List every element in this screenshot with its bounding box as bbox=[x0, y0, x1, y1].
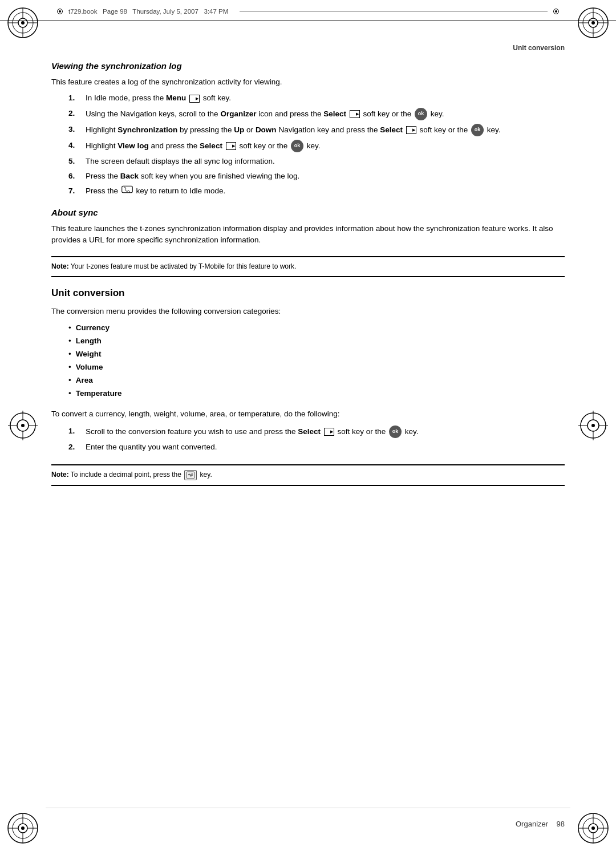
step-1-num: 1. bbox=[68, 92, 86, 104]
page: t729.book Page 98 Thursday, July 5, 2007… bbox=[0, 0, 616, 851]
step-4: 4. Highlight View log and press the Sele… bbox=[51, 140, 565, 152]
unit-step-1-num: 1. bbox=[68, 426, 86, 437]
unit-step-1: 1. Scroll to the conversion feature you … bbox=[51, 426, 565, 438]
select-softkey-icon-3 bbox=[406, 126, 416, 134]
unit-conversion-body: To convert a currency, length, weight, v… bbox=[51, 408, 565, 420]
step-2-content: Using the Navigation keys, scroll to the… bbox=[86, 108, 565, 120]
ok-button-icon-4: ok bbox=[291, 140, 303, 152]
step-2-num: 2. bbox=[68, 108, 86, 119]
about-sync-section: About sync This feature launches the t-z… bbox=[51, 208, 565, 277]
category-weight: Weight bbox=[68, 348, 565, 361]
step-2: 2. Using the Navigation keys, scroll to … bbox=[51, 108, 565, 120]
about-sync-title: About sync bbox=[51, 208, 565, 217]
about-sync-note-text: Your t-zones feature must be activated b… bbox=[71, 262, 297, 270]
step-3-content: Highlight Synchronization by pressing th… bbox=[86, 124, 565, 136]
viewing-sync-intro: This feature creates a log of the synchr… bbox=[51, 76, 565, 88]
step-1: 1. In Idle mode, press the Menu soft key… bbox=[51, 92, 565, 104]
ok-button-unit-1: ok bbox=[389, 426, 402, 438]
header-dot bbox=[57, 9, 63, 14]
header-area: t729.book Page 98 Thursday, July 5, 2007… bbox=[0, 0, 616, 21]
unit-categories-list: Currency Length Weight Volume Area Tempe… bbox=[68, 322, 565, 400]
select-softkey-unit-1 bbox=[324, 428, 334, 436]
category-temperature: Temperature bbox=[68, 387, 565, 400]
svg-point-27 bbox=[591, 826, 595, 830]
unit-conversion-note: Note: To include a decimal point, press … bbox=[51, 464, 565, 486]
ok-button-icon: ok bbox=[415, 108, 427, 120]
unit-note-text: To include a decimal point, press the bbox=[71, 471, 183, 479]
unit-step-1-content: Scroll to the conversion feature you wis… bbox=[86, 426, 565, 438]
viewing-sync-section: Viewing the synchronization log This fea… bbox=[51, 61, 565, 197]
section-header-right: Unit conversion bbox=[51, 44, 565, 52]
category-currency: Currency bbox=[68, 322, 565, 335]
about-sync-note-label: Note: bbox=[51, 262, 69, 270]
step-5-content: The screen default displays the all sync… bbox=[86, 156, 565, 167]
select-softkey-icon bbox=[350, 110, 360, 118]
about-sync-body: This feature launches the t-zones synchr… bbox=[51, 223, 565, 246]
select-softkey-icon-4 bbox=[226, 142, 236, 150]
step-6: 6. Press the Back soft key when you are … bbox=[51, 171, 565, 182]
unit-conversion-intro: The conversion menu provides the followi… bbox=[51, 306, 565, 317]
category-area: Area bbox=[68, 374, 565, 387]
step-5: 5. The screen default displays the all s… bbox=[51, 156, 565, 167]
ok-button-icon-3: ok bbox=[471, 124, 484, 136]
step-4-num: 4. bbox=[68, 140, 86, 151]
category-volume: Volume bbox=[68, 361, 565, 374]
reg-mark-bl bbox=[6, 811, 40, 845]
unit-step-2: 2. Enter the quantity you want converted… bbox=[51, 441, 565, 453]
step-6-num: 6. bbox=[68, 171, 86, 182]
unit-note-text2: key. bbox=[200, 471, 212, 479]
step-5-num: 5. bbox=[68, 156, 86, 167]
step-7: 7. Press the key to return to Idle mode. bbox=[51, 185, 565, 197]
unit-conversion-steps: 1. Scroll to the conversion feature you … bbox=[51, 426, 565, 453]
category-length: Length bbox=[68, 335, 565, 348]
viewing-sync-steps: 1. In Idle mode, press the Menu soft key… bbox=[51, 92, 565, 197]
step-3: 3. Highlight Synchronization by pressing… bbox=[51, 124, 565, 136]
unit-step-2-num: 2. bbox=[68, 441, 86, 453]
page-footer: Organizer 98 bbox=[51, 820, 565, 828]
step-7-content: Press the key to return to Idle mode. bbox=[86, 185, 565, 197]
step-7-num: 7. bbox=[68, 185, 86, 197]
svg-point-19 bbox=[21, 826, 25, 830]
unit-note-label: Note: bbox=[51, 471, 69, 479]
star-key-icon: *# bbox=[184, 470, 197, 480]
step-1-content: In Idle mode, press the Menu soft key. bbox=[86, 92, 565, 104]
footer-label: Organizer bbox=[516, 820, 548, 828]
reg-mark-br bbox=[576, 811, 610, 845]
end-call-icon bbox=[121, 185, 133, 197]
main-content: Unit conversion Viewing the synchronizat… bbox=[0, 21, 616, 530]
unit-conversion-title: Unit conversion bbox=[51, 287, 565, 299]
step-6-content: Press the Back soft key when you are fin… bbox=[86, 171, 565, 182]
about-sync-note: Note: Your t-zones feature must be activ… bbox=[51, 256, 565, 277]
footer-page-num: 98 bbox=[557, 820, 565, 828]
header-dot-right bbox=[553, 9, 559, 14]
header-filename: t729.book Page 98 Thursday, July 5, 2007… bbox=[68, 8, 228, 15]
footer-divider bbox=[46, 808, 570, 808]
svg-text:*#: *# bbox=[188, 472, 193, 478]
menu-softkey-icon bbox=[189, 95, 200, 103]
viewing-sync-title: Viewing the synchronization log bbox=[51, 61, 565, 71]
step-4-content: Highlight View log and press the Select … bbox=[86, 140, 565, 152]
unit-conversion-section: Unit conversion The conversion menu prov… bbox=[51, 287, 565, 486]
header-line bbox=[240, 11, 548, 12]
unit-step-2-content: Enter the quantity you want converted. bbox=[86, 441, 565, 453]
step-3-num: 3. bbox=[68, 124, 86, 135]
